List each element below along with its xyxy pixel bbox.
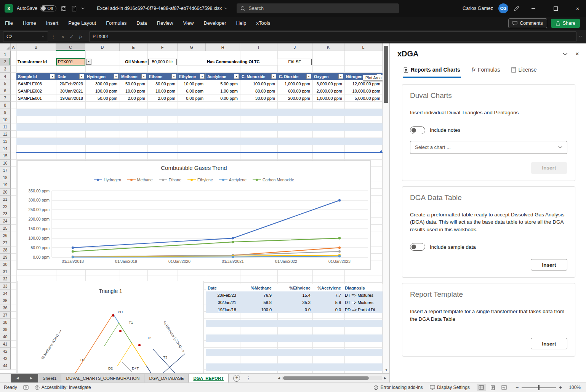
- row-header-41[interactable]: 41: [0, 341, 11, 348]
- row-header-25[interactable]: 25: [0, 225, 11, 232]
- table-resize-handle[interactable]: [380, 150, 382, 152]
- column-header-f[interactable]: F: [147, 43, 178, 51]
- ribbon-tab-home[interactable]: Home: [18, 17, 41, 30]
- diagnosis-table[interactable]: Date %Methane %Ethylene %Acetylene Diagn…: [206, 284, 383, 313]
- cell[interactable]: 0.00 ppm: [206, 94, 240, 102]
- filter-icon[interactable]: ▼: [271, 74, 276, 79]
- row-header-14[interactable]: 14: [0, 145, 11, 152]
- cell[interactable]: 76.9: [238, 291, 274, 299]
- cell[interactable]: 35.3: [274, 299, 312, 306]
- cell[interactable]: 200.00 ppm: [277, 94, 312, 102]
- accessibility-status[interactable]: Accessibility: Investigate: [35, 385, 91, 390]
- cell[interactable]: 1,000.00 ppm: [312, 94, 344, 102]
- oltc-cell[interactable]: FALSE: [278, 59, 312, 65]
- cell[interactable]: DT => Mixtures: [343, 291, 383, 299]
- row-header-7[interactable]: 7: [0, 94, 11, 102]
- filter-icon[interactable]: ▼: [306, 74, 311, 79]
- row-header-40[interactable]: 40: [0, 333, 11, 341]
- filter-icon[interactable]: ▼: [171, 74, 176, 79]
- row-header-23[interactable]: 23: [0, 210, 11, 218]
- horizontal-scrollbar-track[interactable]: [282, 376, 383, 380]
- tab-reports-and-charts[interactable]: Reports and Charts: [403, 64, 461, 78]
- cell[interactable]: 100.00 ppm: [240, 80, 277, 87]
- row-header-17[interactable]: 17: [0, 167, 11, 174]
- page-layout-view-button[interactable]: [488, 384, 497, 391]
- column-header-j[interactable]: J: [277, 43, 312, 51]
- cell[interactable]: 30.00 ppm: [240, 94, 277, 102]
- cell[interactable]: 5,000.00 ppm: [344, 94, 383, 102]
- column-header-c[interactable]: C: [56, 43, 85, 51]
- save-icon[interactable]: [61, 6, 67, 11]
- row-header-6[interactable]: 6: [0, 87, 11, 94]
- column-header-i[interactable]: I: [240, 43, 277, 51]
- column-header-b[interactable]: B: [16, 43, 56, 51]
- cell[interactable]: 1.00 ppm: [206, 87, 240, 94]
- zoom-in-button[interactable]: +: [559, 384, 562, 390]
- sheet-nav-buttons[interactable]: ◀ ▶: [11, 374, 38, 382]
- cell[interactable]: 15.4: [274, 291, 312, 299]
- row-header-12[interactable]: 12: [0, 131, 11, 138]
- row-header-32[interactable]: 32: [0, 275, 11, 283]
- scroll-right-icon[interactable]: ▶: [384, 376, 386, 380]
- column-header-a[interactable]: A: [11, 43, 16, 51]
- zoom-slider-knob[interactable]: [538, 385, 540, 390]
- row-header-11[interactable]: 11: [0, 123, 11, 131]
- cell[interactable]: 30/Jan/21: [206, 299, 238, 306]
- select-all-corner[interactable]: [0, 43, 11, 51]
- comments-button[interactable]: Comments: [508, 18, 547, 28]
- row-header-43[interactable]: 43: [0, 355, 11, 362]
- row-header-2[interactable]: 2: [0, 58, 11, 66]
- row-header-10[interactable]: 10: [0, 116, 11, 123]
- normal-view-button[interactable]: [477, 384, 486, 391]
- filter-icon[interactable]: ▼: [114, 74, 118, 79]
- excel-app-icon[interactable]: X: [5, 4, 13, 13]
- combustible-gases-chart[interactable]: 0.00 ppm50.00 ppm100.00 ppm150.00 ppm200…: [17, 160, 371, 270]
- cell[interactable]: 10.00 ppm: [120, 87, 147, 94]
- row-header-39[interactable]: 39: [0, 326, 11, 333]
- include-sample-data-toggle[interactable]: Include sample data: [410, 243, 567, 251]
- cell[interactable]: 5.9: [312, 299, 343, 306]
- cell[interactable]: 10,000.00 ppm: [344, 87, 383, 94]
- cell[interactable]: 19/Jun/18: [206, 306, 238, 313]
- cell[interactable]: PD => Partial Di: [343, 306, 383, 313]
- share-button[interactable]: Share: [551, 19, 580, 28]
- pane-close-icon[interactable]: ×: [575, 50, 579, 58]
- row-header-4[interactable]: 4: [0, 73, 11, 80]
- cell[interactable]: 100.00 ppm: [85, 87, 120, 94]
- zoom-out-button[interactable]: −: [516, 384, 519, 390]
- column-header-k[interactable]: K: [312, 43, 344, 51]
- row-header-19[interactable]: 19: [0, 181, 11, 189]
- horizontal-scrollbar-thumb[interactable]: [283, 376, 369, 380]
- include-notes-toggle[interactable]: Include notes: [410, 126, 567, 134]
- row-header-20[interactable]: 20: [0, 189, 11, 196]
- row-header-42[interactable]: 42: [0, 348, 11, 355]
- row-header-28[interactable]: 28: [0, 246, 11, 254]
- column-header-d[interactable]: D: [85, 43, 120, 51]
- avatar[interactable]: CG: [498, 3, 508, 13]
- row-header-29[interactable]: 29: [0, 254, 11, 261]
- search-box[interactable]: Search: [237, 3, 399, 13]
- row-header-9[interactable]: 9: [0, 109, 11, 116]
- row-header-1[interactable]: 1: [0, 51, 11, 58]
- row-header-24[interactable]: 24: [0, 218, 11, 225]
- cell[interactable]: 19/Jun/2018: [56, 94, 85, 102]
- formula-bar-handle[interactable]: ⋮: [51, 34, 56, 39]
- row-header-16[interactable]: 16: [0, 160, 11, 167]
- cell[interactable]: 5.00 ppm: [206, 80, 240, 87]
- toggle-icon[interactable]: [410, 243, 425, 251]
- cell[interactable]: 12,000.00 ppm: [344, 80, 383, 87]
- sheet-tab-dga-database[interactable]: DGA_DATABASE: [144, 374, 189, 382]
- display-settings[interactable]: Display Settings: [430, 385, 470, 390]
- row-header-36[interactable]: 36: [0, 304, 11, 312]
- cell[interactable]: SAMPLE002: [16, 87, 56, 94]
- cell[interactable]: 58.8: [238, 299, 274, 306]
- column-header-l[interactable]: L: [344, 43, 383, 51]
- formula-input[interactable]: PTX001: [89, 31, 576, 42]
- row-header-30[interactable]: 30: [0, 261, 11, 268]
- page-break-view-button[interactable]: [500, 384, 509, 391]
- cell[interactable]: 7.7: [312, 291, 343, 299]
- maximize-button[interactable]: [547, 0, 564, 17]
- tab-formulas[interactable]: fx Formulas: [471, 64, 501, 78]
- cell[interactable]: 20/Feb/2023: [56, 80, 85, 87]
- column-header-e[interactable]: E: [120, 43, 147, 51]
